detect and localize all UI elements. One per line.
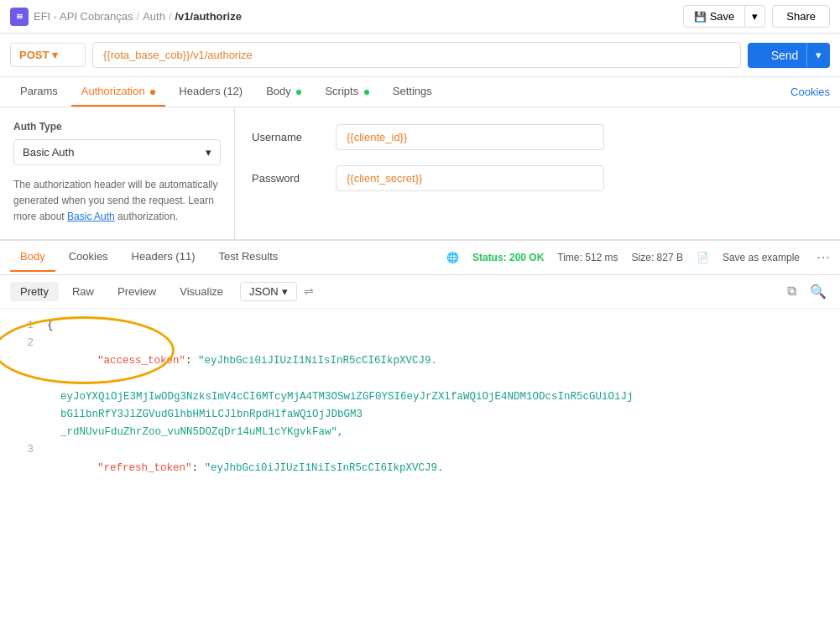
code-line-2b: eyJoYXQiOjE3MjIwODg3NzksImV4cCI6MTcyMjA4… xyxy=(0,388,840,424)
code-line-3: 3 "refresh_token": "eyJhbGci0iJIUzI1NiIs… xyxy=(0,441,840,484)
response-tab-body[interactable]: Body xyxy=(10,242,55,272)
tab-settings[interactable]: Settings xyxy=(383,77,442,107)
response-tab-headers[interactable]: Headers (11) xyxy=(122,242,206,272)
code-line-1: 1 { xyxy=(0,317,840,335)
method-value: POST xyxy=(19,49,49,61)
format-value: JSON xyxy=(249,285,279,298)
fmt-tab-preview[interactable]: Preview xyxy=(107,282,166,301)
save-dropdown-button[interactable]: ▾ xyxy=(745,5,765,28)
main-content: Auth Type Basic Auth ▾ The authorization… xyxy=(0,107,840,240)
fmt-tab-visualize[interactable]: Visualize xyxy=(170,282,233,301)
code-line-2: 2 "access_token": "eyJhbGci0iJIUzI1NiIsI… xyxy=(0,335,840,388)
auth-type-label: Auth Type xyxy=(13,121,221,133)
save-label: Save xyxy=(710,10,735,23)
filter-icon[interactable]: ⇌ xyxy=(304,284,314,298)
url-bar: POST ▾ Send ▾ xyxy=(0,34,840,77)
username-input[interactable] xyxy=(336,124,604,150)
response-tab-test-results[interactable]: Test Results xyxy=(208,242,288,272)
format-select[interactable]: JSON ▾ xyxy=(240,282,297,301)
more-options-icon[interactable]: ⋯ xyxy=(817,249,830,265)
request-tabs: Params Authorization Headers (12) Body S… xyxy=(0,77,840,107)
scripts-dot xyxy=(364,90,369,95)
breadcrumb-sep2: / xyxy=(169,10,172,23)
top-bar-actions: 💾 Save ▾ Share xyxy=(683,5,830,28)
auth-type-select[interactable]: Basic Auth ▾ xyxy=(13,139,221,165)
response-tab-cookies[interactable]: Cookies xyxy=(59,242,118,272)
password-input[interactable] xyxy=(336,165,604,191)
breadcrumb: EFI - API Cobranças / Auth / /v1/authori… xyxy=(34,10,242,23)
send-button[interactable]: Send xyxy=(748,43,806,68)
app-icon: ≋ xyxy=(10,8,29,26)
breadcrumb-current: /v1/authorize xyxy=(175,10,242,23)
method-chevron: ▾ xyxy=(52,49,58,61)
save-example-icon: 📄 xyxy=(697,252,709,263)
code-line-2c: _rdNUvuFduZhrZoo_vuNN5DOZqDr14uML1cYKgvk… xyxy=(0,424,840,441)
response-tabs: Body Cookies Headers (11) Test Results 🌐… xyxy=(0,241,840,275)
status-ok: Status: 200 OK xyxy=(472,252,544,263)
tab-body[interactable]: Body xyxy=(256,77,311,107)
password-row: Password xyxy=(252,165,823,191)
tab-authorization[interactable]: Authorization xyxy=(71,77,166,107)
search-icon[interactable]: 🔍 xyxy=(806,280,830,303)
send-group: Send ▾ xyxy=(748,43,830,68)
auth-description: The authorization header will be automat… xyxy=(13,177,221,226)
method-select[interactable]: POST ▾ xyxy=(10,43,86,67)
breadcrumb-auth: Auth xyxy=(143,10,165,23)
copy-button[interactable]: ⧉ xyxy=(784,280,800,303)
response-size: Size: 827 B xyxy=(632,252,683,263)
username-label: Username xyxy=(252,131,336,143)
globe-icon: 🌐 xyxy=(446,252,459,263)
auth-right-panel: Username Password xyxy=(235,107,840,239)
password-label: Password xyxy=(252,172,336,185)
fmt-tab-pretty[interactable]: Pretty xyxy=(10,282,59,301)
response-status-bar: 🌐 Status: 200 OK Time: 512 ms Size: 827 … xyxy=(446,249,830,265)
breadcrumb-sep1: / xyxy=(137,10,140,23)
body-dot xyxy=(296,90,301,95)
tab-headers[interactable]: Headers (12) xyxy=(169,77,253,107)
response-time: Time: 512 ms xyxy=(557,252,618,263)
response-code-block: 1 { 2 "access_token": "eyJhbGci0iJIUzI1N… xyxy=(0,309,840,485)
auth-type-chevron: ▾ xyxy=(206,146,211,159)
send-dropdown-button[interactable]: ▾ xyxy=(806,43,830,68)
tab-scripts[interactable]: Scripts xyxy=(315,77,378,107)
url-input[interactable] xyxy=(92,42,741,68)
auth-left-panel: Auth Type Basic Auth ▾ The authorization… xyxy=(0,107,235,239)
cookies-link[interactable]: Cookies xyxy=(790,86,830,98)
format-bar: Pretty Raw Preview Visualize JSON ▾ ⇌ ⧉ … xyxy=(0,275,840,309)
response-section: Body Cookies Headers (11) Test Results 🌐… xyxy=(0,240,840,485)
tab-params[interactable]: Params xyxy=(10,77,68,107)
save-example-button[interactable]: Save as example xyxy=(723,252,800,263)
share-button[interactable]: Share xyxy=(772,5,830,28)
save-button[interactable]: 💾 Save xyxy=(683,5,746,28)
format-right-actions: ⧉ 🔍 xyxy=(784,280,830,303)
basic-auth-link[interactable]: Basic Auth xyxy=(67,211,115,222)
top-bar: ≋ EFI - API Cobranças / Auth / /v1/autho… xyxy=(0,0,840,34)
fmt-tab-raw[interactable]: Raw xyxy=(62,282,104,301)
format-chevron: ▾ xyxy=(282,285,288,298)
authorization-dot xyxy=(150,90,155,95)
breadcrumb-area: ≋ EFI - API Cobranças / Auth / /v1/autho… xyxy=(10,8,242,26)
breadcrumb-project: EFI - API Cobranças xyxy=(34,10,133,23)
auth-type-value: Basic Auth xyxy=(23,146,74,159)
username-row: Username xyxy=(252,124,823,150)
